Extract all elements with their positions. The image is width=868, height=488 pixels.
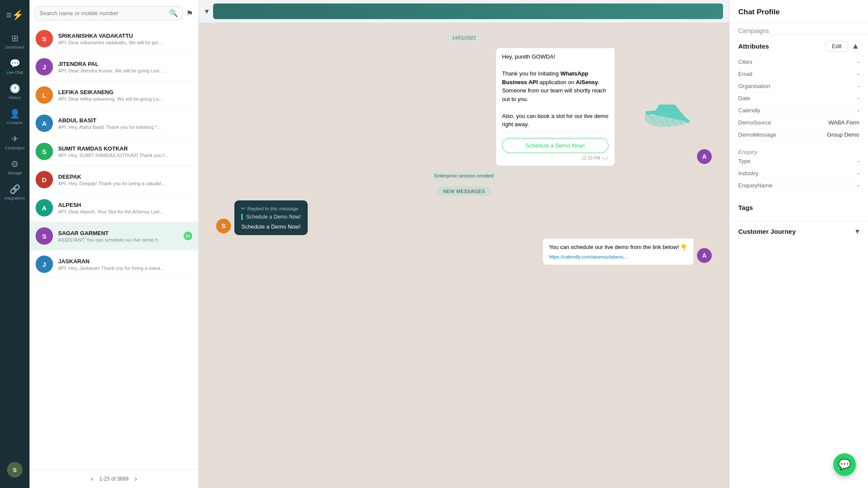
contact-info: JITENDRA PAL API: Dear Jitendra Kumar, W… — [58, 61, 192, 73]
attr-row-industry: Industry - — [738, 167, 859, 180]
expand-journey-button[interactable]: ▾ — [855, 226, 859, 236]
contact-name: SRIKANISHKA VADAKATTU — [58, 33, 192, 39]
avatar: S — [216, 219, 231, 233]
chat-area: ▾ 14/01/2022 Hey, punith GOWDA! Thank yo… — [199, 0, 729, 488]
contact-info: SAGAR GARMENT ASSISTANT: You can schedul… — [58, 230, 184, 242]
sidebar-item-contacts[interactable]: 👤 Contacts — [0, 104, 30, 129]
contact-name: DEEPAK — [58, 174, 192, 180]
sidebar-item-label: Campaigns — [5, 146, 25, 150]
reply-icon: ↩ — [241, 206, 245, 211]
reply-header: ↩ Replied to this message — [241, 206, 301, 211]
message-row: Hey, punith GOWDA! Thank you for initiat… — [216, 48, 712, 166]
filter-button[interactable]: ⚑ — [186, 9, 193, 18]
campaigns-label: Campaigns — [730, 23, 868, 35]
collapse-attributes-button[interactable]: ▲ — [852, 42, 859, 51]
pagination-label: 1-25 of 3699 — [99, 476, 128, 482]
contact-item[interactable]: S SUMIT RAMDAS KOTKAR API: Hey, SUMIT RA… — [30, 138, 198, 166]
reply-quoted-text: Schedule a Demo Now! — [241, 214, 301, 220]
contact-item[interactable]: S SRIKANISHKA VADAKATTU API: Dear srikan… — [30, 25, 198, 53]
schedule-demo-button[interactable]: Schedule a Demo Now! — [502, 138, 608, 154]
read-check-icon: ✓✓ — [602, 155, 608, 161]
message-row: You can schedule our live demo from the … — [216, 239, 712, 265]
contact-name: SUMIT RAMDAS KOTKAR — [58, 145, 192, 152]
logo-icon: ≡⚡ — [6, 10, 23, 21]
tags-section: Tags — [730, 198, 868, 221]
sidebar-item-label: History — [9, 95, 21, 100]
profile-header: Chat Profile — [730, 0, 868, 23]
contact-preview: ASSISTANT: You can schedule our live dem… — [58, 237, 184, 242]
search-input-wrap[interactable]: 🔍 — [35, 6, 183, 20]
avatar: J — [36, 58, 53, 75]
unread-badge: 1+ — [184, 232, 192, 240]
search-button[interactable]: 🔍 — [169, 9, 178, 17]
next-page-button[interactable]: › — [135, 475, 137, 483]
sidebar-item-integrations[interactable]: 🔗 Integrations — [0, 180, 30, 205]
avatar: S — [36, 30, 53, 47]
sidebar-item-manage[interactable]: ⚙ Manage — [0, 154, 30, 180]
attr-row-demosource: DemoSource WABA Form — [738, 117, 859, 129]
contact-info: ALPESH API: Dear Alpesh, Your Slot for t… — [58, 202, 192, 214]
svg-line-4 — [667, 110, 676, 126]
avatar: A — [697, 248, 712, 263]
user-avatar[interactable]: S — [7, 462, 23, 478]
contact-info: SRIKANISHKA VADAKATTU API: Dear srikanis… — [58, 33, 192, 45]
pagination: ‹ 1-25 of 3699 › — [30, 469, 198, 488]
contact-name: ALPESH — [58, 202, 192, 208]
contact-info: DEEPAK API: Hey, Deepak! Thank you for b… — [58, 174, 192, 186]
prev-page-button[interactable]: ‹ — [91, 475, 93, 483]
search-input[interactable] — [39, 10, 167, 16]
chat-header: ▾ — [199, 0, 729, 23]
avatar: A — [36, 199, 53, 216]
dashboard-icon: ⊞ — [11, 33, 19, 43]
edit-button[interactable]: Edit — [825, 41, 848, 52]
attr-row-type: Type - — [738, 155, 859, 167]
sidebar-item-label: Live Chat — [7, 70, 23, 75]
chat-name-bar — [213, 3, 723, 19]
avatar: L — [36, 86, 53, 104]
sidebar-item-livechat[interactable]: 💬 Live Chat — [0, 54, 30, 79]
attr-row-calendly: Calendly - — [738, 105, 859, 117]
svg-line-2 — [654, 111, 663, 125]
contact-preview: API: Hey, SUMIT RAMDAS KOTKAR! Thank you… — [58, 153, 192, 158]
dropdown-button[interactable]: ▾ — [205, 7, 209, 16]
contact-item[interactable]: D DEEPAK API: Hey, Deepak! Thank you for… — [30, 166, 198, 194]
sidebar-item-label: Dashboard — [5, 45, 24, 49]
contact-item[interactable]: A ABDUL BASIT API: Hey, Abdul Basit! Tha… — [30, 109, 198, 138]
enquiry-section-title: Enquiry — [730, 147, 868, 155]
contact-info: SUMIT RAMDAS KOTKAR API: Hey, SUMIT RAMD… — [58, 145, 192, 158]
contact-name: JITENDRA PAL — [58, 61, 192, 67]
sidebar-item-dashboard[interactable]: ⊞ Dashboard — [0, 29, 30, 54]
sidebar-item-history[interactable]: 🕐 History — [0, 79, 30, 104]
contact-name: JASKARAN — [58, 258, 192, 265]
message-url: https://calendly.com/aisensy/aisens... — [549, 253, 687, 261]
chat-widget-button[interactable]: 💬 — [833, 453, 856, 476]
message-text: You can schedule our live demo from the … — [549, 243, 687, 252]
tags-title: Tags — [738, 198, 859, 215]
search-bar: 🔍 ⚑ — [30, 0, 198, 25]
contact-info: JASKARAN API: Hey, Jaskaran! Thank you f… — [58, 258, 192, 271]
sidebar-item-campaigns[interactable]: ✈ Campaigns — [0, 129, 30, 154]
chat-messages: 14/01/2022 Hey, punith GOWDA! Thank you … — [199, 23, 729, 488]
sidebar-item-label: Integrations — [4, 196, 25, 200]
history-icon: 🕐 — [10, 83, 20, 94]
contact-item[interactable]: J JITENDRA PAL API: Dear Jitendra Kumar,… — [30, 53, 198, 81]
svg-line-6 — [681, 114, 688, 124]
contact-item[interactable]: L LEFIKA SEIKANENG API: Dear lefika seik… — [30, 81, 198, 109]
avatar: S — [36, 143, 53, 160]
contact-list-panel: 🔍 ⚑ S SRIKANISHKA VADAKATTU API: Dear sr… — [30, 0, 199, 488]
customer-journey-section[interactable]: Customer Journey ▾ — [730, 221, 868, 241]
reply-message-bubble: ↩ Replied to this message Schedule a Dem… — [234, 200, 308, 235]
contact-item[interactable]: A ALPESH API: Dear Alpesh, Your Slot for… — [30, 194, 198, 222]
contact-item[interactable]: S SAGAR GARMENT ASSISTANT: You can sched… — [30, 222, 198, 250]
livechat-icon: 💬 — [10, 58, 20, 69]
contact-name: ABDUL BASIT — [58, 117, 192, 124]
profile-panel: Chat Profile Campaigns Attributes Edit ▲… — [729, 0, 868, 488]
contact-preview: API: Hey, Abdul Basit! Thank you for ini… — [58, 124, 192, 130]
contact-preview: API: Dear srikanishka vadakattu, We will… — [58, 40, 192, 45]
svg-line-3 — [661, 110, 670, 126]
contact-preview: API: Hey, Deepak! Thank you for being a … — [58, 181, 192, 186]
contact-item[interactable]: J JASKARAN API: Hey, Jaskaran! Thank you… — [30, 250, 198, 278]
attributes-section-header: Attributes Edit ▲ — [730, 35, 868, 56]
contact-name: SAGAR GARMENT — [58, 230, 184, 236]
contact-info: ABDUL BASIT API: Hey, Abdul Basit! Thank… — [58, 117, 192, 130]
